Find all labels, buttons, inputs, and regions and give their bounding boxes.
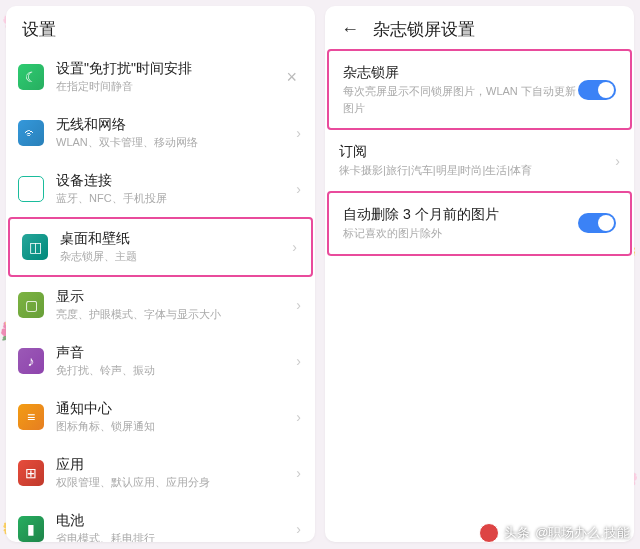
- sound-icon: ♪: [18, 348, 44, 374]
- magazine-lock-panel: ← 杂志锁屏设置 杂志锁屏每次亮屏显示不同锁屏图片，WLAN 下自动更新图片订阅…: [325, 6, 634, 542]
- settings-item[interactable]: ᯤ无线和网络WLAN、双卡管理、移动网络›: [6, 105, 315, 161]
- right-title: 杂志锁屏设置: [373, 18, 475, 41]
- device-icon: ▣: [18, 176, 44, 202]
- settings-item[interactable]: ▮电池省电模式、耗电排行›: [6, 501, 315, 542]
- item-body: 设备连接蓝牙、NFC、手机投屏: [56, 171, 296, 207]
- settings-panel: 设置 ☾设置"免打扰"时间安排在指定时间静音×ᯤ无线和网络WLAN、双卡管理、移…: [6, 6, 315, 542]
- chevron-right-icon: ›: [296, 125, 301, 141]
- moon-icon: ☾: [18, 64, 44, 90]
- item-body: 杂志锁屏每次亮屏显示不同锁屏图片，WLAN 下自动更新图片: [343, 63, 578, 116]
- chevron-right-icon: ›: [296, 297, 301, 313]
- toggle-switch[interactable]: [578, 80, 616, 100]
- settings-item[interactable]: ≡通知中心图标角标、锁屏通知›: [6, 389, 315, 445]
- settings-item[interactable]: ⊞应用权限管理、默认应用、应用分身›: [6, 445, 315, 501]
- display-icon: ▢: [18, 292, 44, 318]
- chevron-right-icon: ›: [296, 521, 301, 537]
- left-header: 设置: [6, 6, 315, 49]
- item-body: 订阅徕卡摄影|旅行|汽车|明星|时尚|生活|体育: [339, 142, 615, 179]
- chevron-right-icon: ›: [296, 181, 301, 197]
- item-title: 电池: [56, 511, 296, 529]
- item-body: 桌面和壁纸杂志锁屏、主题: [60, 229, 292, 265]
- watermark-avatar-icon: [479, 523, 499, 543]
- item-subtitle: 权限管理、默认应用、应用分身: [56, 475, 296, 490]
- chevron-right-icon: ›: [615, 153, 620, 169]
- wifi-icon: ᯤ: [18, 120, 44, 146]
- item-title: 桌面和壁纸: [60, 229, 292, 247]
- item-body: 声音免打扰、铃声、振动: [56, 343, 296, 379]
- close-icon[interactable]: ×: [282, 63, 301, 92]
- notification-icon: ≡: [18, 404, 44, 430]
- magazine-settings-list: 杂志锁屏每次亮屏显示不同锁屏图片，WLAN 下自动更新图片订阅徕卡摄影|旅行|汽…: [325, 49, 634, 256]
- item-subtitle: WLAN、双卡管理、移动网络: [56, 135, 296, 150]
- settings-item[interactable]: ▢显示亮度、护眼模式、字体与显示大小›: [6, 277, 315, 333]
- chevron-right-icon: ›: [296, 465, 301, 481]
- item-body: 无线和网络WLAN、双卡管理、移动网络: [56, 115, 296, 151]
- item-title: 设置"免打扰"时间安排: [56, 59, 282, 77]
- settings-item[interactable]: ♪声音免打扰、铃声、振动›: [6, 333, 315, 389]
- item-body: 电池省电模式、耗电排行: [56, 511, 296, 542]
- item-title: 杂志锁屏: [343, 63, 578, 81]
- item-subtitle: 每次亮屏显示不同锁屏图片，WLAN 下自动更新图片: [343, 83, 578, 116]
- watermark: 头条 @职场办么.技能: [479, 523, 630, 543]
- battery-icon: ▮: [18, 516, 44, 542]
- item-title: 订阅: [339, 142, 615, 160]
- item-body: 显示亮度、护眼模式、字体与显示大小: [56, 287, 296, 323]
- item-title: 无线和网络: [56, 115, 296, 133]
- item-title: 通知中心: [56, 399, 296, 417]
- item-body: 设置"免打扰"时间安排在指定时间静音: [56, 59, 282, 95]
- item-subtitle: 亮度、护眼模式、字体与显示大小: [56, 307, 296, 322]
- item-body: 通知中心图标角标、锁屏通知: [56, 399, 296, 435]
- magazine-item[interactable]: 自动删除 3 个月前的图片标记喜欢的图片除外: [327, 191, 632, 256]
- settings-list: ☾设置"免打扰"时间安排在指定时间静音×ᯤ无线和网络WLAN、双卡管理、移动网络…: [6, 49, 315, 542]
- apps-icon: ⊞: [18, 460, 44, 486]
- settings-item[interactable]: ◫桌面和壁纸杂志锁屏、主题›: [8, 217, 313, 277]
- item-title: 设备连接: [56, 171, 296, 189]
- item-subtitle: 徕卡摄影|旅行|汽车|明星|时尚|生活|体育: [339, 162, 615, 179]
- item-title: 显示: [56, 287, 296, 305]
- item-title: 应用: [56, 455, 296, 473]
- item-subtitle: 在指定时间静音: [56, 79, 282, 94]
- item-subtitle: 标记喜欢的图片除外: [343, 225, 578, 242]
- item-subtitle: 免打扰、铃声、振动: [56, 363, 296, 378]
- wallpaper-icon: ◫: [22, 234, 48, 260]
- item-body: 应用权限管理、默认应用、应用分身: [56, 455, 296, 491]
- settings-item[interactable]: ☾设置"免打扰"时间安排在指定时间静音×: [6, 49, 315, 105]
- magazine-item[interactable]: 杂志锁屏每次亮屏显示不同锁屏图片，WLAN 下自动更新图片: [327, 49, 632, 130]
- watermark-name: @职场办么.技能: [535, 524, 630, 542]
- item-subtitle: 蓝牙、NFC、手机投屏: [56, 191, 296, 206]
- item-subtitle: 图标角标、锁屏通知: [56, 419, 296, 434]
- item-subtitle: 杂志锁屏、主题: [60, 249, 292, 264]
- left-title: 设置: [22, 18, 56, 41]
- item-title: 自动删除 3 个月前的图片: [343, 205, 578, 223]
- chevron-right-icon: ›: [296, 409, 301, 425]
- back-icon[interactable]: ←: [341, 19, 359, 40]
- watermark-prefix: 头条: [504, 524, 530, 542]
- chevron-right-icon: ›: [292, 239, 297, 255]
- right-header: ← 杂志锁屏设置: [325, 6, 634, 49]
- magazine-item[interactable]: 订阅徕卡摄影|旅行|汽车|明星|时尚|生活|体育›: [325, 130, 634, 191]
- chevron-right-icon: ›: [296, 353, 301, 369]
- item-body: 自动删除 3 个月前的图片标记喜欢的图片除外: [343, 205, 578, 242]
- toggle-switch[interactable]: [578, 213, 616, 233]
- item-title: 声音: [56, 343, 296, 361]
- settings-item[interactable]: ▣设备连接蓝牙、NFC、手机投屏›: [6, 161, 315, 217]
- item-subtitle: 省电模式、耗电排行: [56, 531, 296, 542]
